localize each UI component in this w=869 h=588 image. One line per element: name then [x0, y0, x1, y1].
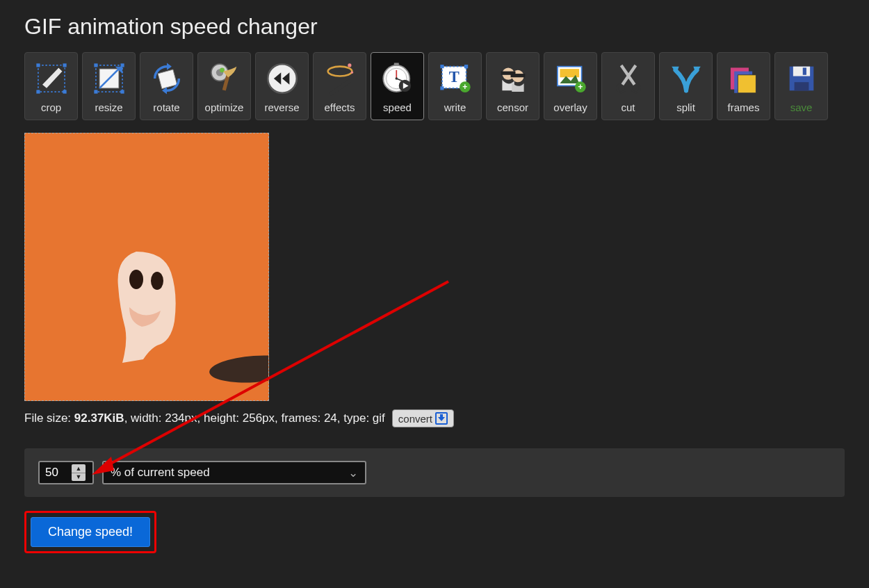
split-icon: [666, 58, 706, 99]
svg-marker-16: [167, 63, 172, 70]
svg-point-69: [151, 272, 163, 290]
speed-panel: ▲ ▼ % of current speed ⌄: [24, 448, 845, 497]
file-info-rest: , width: 234px, height: 256px, frames: 2…: [124, 411, 385, 425]
gif-preview: [24, 133, 269, 401]
svg-rect-34: [393, 63, 398, 65]
optimize-icon: [204, 58, 245, 99]
svg-marker-5: [42, 67, 63, 88]
tool-label: censor: [497, 101, 528, 113]
effects-icon: [320, 58, 360, 99]
svg-rect-2: [63, 63, 66, 67]
ghost-shadow: [209, 353, 269, 386]
convert-label: convert: [398, 413, 432, 425]
svg-point-55: [631, 84, 640, 92]
submit-highlight: Change speed!: [24, 511, 156, 553]
file-size-prefix: File size:: [24, 411, 74, 425]
tool-resize[interactable]: resize: [82, 52, 136, 120]
tool-cut[interactable]: cut: [601, 52, 655, 120]
svg-point-27: [348, 63, 351, 67]
tool-label: optimize: [205, 101, 244, 113]
svg-marker-70: [438, 414, 445, 421]
speed-unit-select[interactable]: % of current speed ⌄: [102, 461, 366, 484]
svg-rect-40: [440, 86, 444, 90]
file-size-value: 92.37KiB: [74, 411, 124, 425]
change-speed-button[interactable]: Change speed!: [31, 517, 150, 547]
svg-rect-50: [560, 69, 579, 77]
frames-icon: [724, 58, 764, 99]
tool-split[interactable]: split: [659, 52, 713, 120]
spinner-up[interactable]: ▲: [72, 464, 86, 473]
toolbar: crop resize rotate: [24, 52, 845, 120]
cut-icon: [608, 58, 649, 99]
tool-label: speed: [383, 101, 412, 113]
tool-label: cut: [621, 101, 635, 113]
tool-label: frames: [728, 101, 760, 113]
tool-label: crop: [41, 101, 61, 113]
speed-value-field[interactable]: [45, 466, 72, 480]
svg-point-25: [327, 67, 352, 76]
svg-rect-3: [36, 90, 40, 93]
censor-icon: [493, 58, 533, 99]
svg-text:T: T: [448, 68, 459, 85]
svg-rect-15: [158, 70, 177, 89]
tool-label: split: [676, 101, 695, 113]
ghost-image: [108, 245, 206, 370]
svg-rect-62: [738, 75, 756, 93]
convert-button[interactable]: convert: [392, 409, 454, 427]
svg-rect-67: [802, 67, 806, 74]
reverse-icon: [262, 58, 302, 99]
page-title: GIF animation speed changer: [24, 14, 845, 40]
svg-rect-65: [793, 67, 809, 76]
overlay-icon: +: [551, 58, 591, 99]
svg-point-33: [395, 77, 397, 79]
download-icon: [435, 412, 448, 425]
crop-icon: [31, 58, 72, 99]
tool-effects[interactable]: effects: [313, 52, 366, 120]
tool-label: resize: [95, 101, 122, 113]
unit-selected-label: % of current speed: [111, 466, 210, 480]
tool-save[interactable]: save: [774, 52, 828, 120]
save-icon: [781, 58, 822, 99]
svg-point-54: [617, 84, 625, 92]
tool-reverse[interactable]: reverse: [255, 52, 309, 120]
write-icon: T +: [435, 58, 476, 99]
svg-rect-4: [63, 90, 66, 93]
tool-label: reverse: [264, 101, 299, 113]
svg-rect-8: [94, 63, 97, 67]
tool-label: rotate: [153, 101, 179, 113]
resize-icon: [89, 58, 129, 99]
svg-rect-39: [464, 65, 468, 68]
spinner[interactable]: ▲ ▼: [72, 464, 86, 481]
svg-point-28: [350, 72, 352, 74]
file-info: File size: 92.37KiB, width: 234px, heigh…: [24, 409, 845, 427]
svg-rect-48: [510, 74, 525, 77]
tool-write[interactable]: T + write: [428, 52, 482, 120]
svg-rect-1: [36, 63, 40, 67]
svg-rect-66: [794, 82, 809, 90]
chevron-down-icon: ⌄: [348, 466, 358, 480]
preview-area: [24, 133, 845, 401]
svg-rect-10: [94, 90, 97, 93]
svg-text:+: +: [578, 82, 583, 92]
tool-overlay[interactable]: + overlay: [544, 52, 597, 120]
svg-rect-38: [440, 65, 444, 68]
tool-speed[interactable]: speed: [371, 52, 424, 120]
svg-rect-26: [329, 79, 350, 96]
spinner-down[interactable]: ▼: [72, 473, 86, 482]
tool-label: write: [444, 101, 466, 113]
tool-optimize[interactable]: optimize: [197, 52, 251, 120]
tool-censor[interactable]: censor: [486, 52, 539, 120]
svg-point-68: [129, 270, 143, 289]
svg-rect-11: [120, 90, 124, 93]
tool-label: save: [790, 101, 813, 113]
rotate-icon: [147, 58, 187, 99]
svg-text:+: +: [462, 82, 467, 92]
tool-rotate[interactable]: rotate: [140, 52, 193, 120]
speed-value-input[interactable]: ▲ ▼: [38, 461, 94, 484]
tool-label: overlay: [553, 101, 587, 113]
tool-crop[interactable]: crop: [24, 52, 78, 120]
speed-icon: [377, 58, 418, 99]
tool-label: effects: [325, 101, 355, 113]
tool-frames[interactable]: frames: [717, 52, 770, 120]
